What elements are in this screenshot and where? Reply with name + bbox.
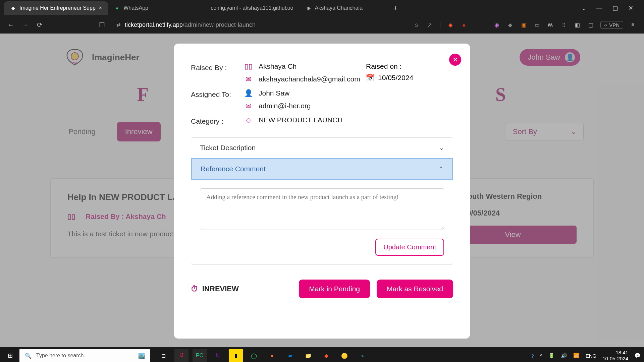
accordion-label: Reference Comment xyxy=(201,165,266,173)
window-controls: ⌄ — ▢ ✕ xyxy=(581,4,640,12)
sidepanel-icon[interactable]: ◧ xyxy=(574,21,581,28)
notifications-icon[interactable]: 💬 xyxy=(634,353,641,359)
url-bar[interactable]: ⇄ ticketportal.netlify.app/admin/new-pro… xyxy=(113,21,405,28)
modal-accordion: Ticket Description ⌄ Reference Comment ⌃… xyxy=(191,137,453,265)
browser-tab[interactable]: ◉ Akshaya Chanchala xyxy=(300,1,387,15)
task-view-icon[interactable]: ⊡ xyxy=(156,349,170,362)
file-icon: ⬚ xyxy=(201,5,207,11)
chevron-down-icon: ⌄ xyxy=(439,144,444,152)
category-icon: ◇ xyxy=(245,116,253,124)
language-indicator[interactable]: ENG xyxy=(586,353,597,359)
wifi-icon[interactable]: 📶 xyxy=(573,353,580,359)
taskbar-apps: ⊡ IJ PC N ▮ ◯ ● ▰ 📁 ◆ 🟡 ⌁ xyxy=(156,349,370,362)
volume-icon[interactable]: 🔊 xyxy=(561,353,567,359)
vpn-badge[interactable]: ○ VPN xyxy=(600,21,623,29)
status-badge: ⏱ INREVIEW xyxy=(191,285,239,293)
mark-pending-button[interactable]: Mark in Pending xyxy=(299,280,370,298)
page-body: Her ImagineHer John Saw 👤 F XXXXXXXXXXXX… xyxy=(0,34,644,347)
browser-tab[interactable]: ● WhatsApp xyxy=(108,1,195,15)
reference-comment-input[interactable] xyxy=(200,188,444,230)
pycharm-icon[interactable]: PC xyxy=(193,349,207,362)
modal-overlay[interactable]: ✕ Raised By : ▯▯Akshaya Ch ✉akshayachanc… xyxy=(0,34,644,347)
tab-title: WhatsApp xyxy=(123,5,148,11)
desktop-icon[interactable]: ⌂ xyxy=(413,21,420,28)
ext2-icon[interactable]: ◆ xyxy=(506,21,514,28)
tab-title: Imagine Her Entrepreneur Supp xyxy=(19,5,96,11)
accordion-ticket-description[interactable]: Ticket Description ⌄ xyxy=(191,138,453,158)
tray-chevron-icon[interactable]: ^ xyxy=(540,353,542,359)
accordion-reference-comment[interactable]: Reference Comment ⌃ xyxy=(191,158,453,180)
help-icon[interactable]: ? xyxy=(531,353,534,359)
intellij-icon[interactable]: IJ xyxy=(174,349,189,362)
new-tab-button[interactable]: + xyxy=(387,4,405,12)
brave-taskbar-icon[interactable]: ◆ xyxy=(319,349,333,362)
accordion-body: Update Comment xyxy=(191,180,453,264)
clock[interactable]: 18:41 10-05-2024 xyxy=(602,350,628,362)
onenote-icon[interactable]: N xyxy=(211,349,225,362)
tab-bar: ◆ Imagine Her Entrepreneur Supp × ● What… xyxy=(0,0,644,16)
ext4-icon[interactable]: ▭ xyxy=(533,21,541,28)
label-category: Category : xyxy=(191,116,245,125)
category-value: ◇ NEW PRODUCT LAUNCH xyxy=(245,116,366,124)
update-comment-button[interactable]: Update Comment xyxy=(375,239,444,256)
vscode-icon[interactable]: ⌁ xyxy=(356,349,370,362)
close-modal-button[interactable]: ✕ xyxy=(449,54,461,66)
brave-icon[interactable]: ◆ xyxy=(447,21,454,28)
metamask-icon[interactable]: ▣ xyxy=(520,21,527,28)
shield-icon[interactable]: ▲ xyxy=(460,21,468,28)
nav-bar: ← → ⟳ ☐ ⇄ ticketportal.netlify.app/admin… xyxy=(0,16,644,34)
browser-tab[interactable]: ⬚ config.yaml - akshaya101.github.io xyxy=(195,1,299,15)
assigned-values: 👤John Saw ✉admin@i-her.org xyxy=(245,89,366,110)
favicon-icon: ◆ xyxy=(10,5,16,11)
accordion-label: Ticket Description xyxy=(200,144,256,152)
url-host: ticketportal.netlify.app xyxy=(125,21,183,28)
start-button[interactable]: ⊞ xyxy=(3,352,17,359)
close-window-icon[interactable]: ✕ xyxy=(628,4,633,12)
chrome-icon[interactable]: 🟡 xyxy=(337,349,352,362)
modal-footer: ⏱ INREVIEW Mark in Pending Mark as Resol… xyxy=(191,280,453,298)
browser-chrome: ◆ Imagine Her Entrepreneur Supp × ● What… xyxy=(0,0,644,34)
ext1-icon[interactable]: ◉ xyxy=(493,21,500,28)
close-tab-icon[interactable]: × xyxy=(99,5,102,11)
menu-icon[interactable]: ≡ xyxy=(629,21,637,28)
status-text: INREVIEW xyxy=(202,285,239,293)
raised-by-email: akshayachanchala9@gmail.com xyxy=(259,75,360,83)
share-icon[interactable]: ↗ xyxy=(426,21,433,28)
search-icon: 🔍 xyxy=(25,353,32,359)
battery-icon[interactable]: 🔋 xyxy=(548,353,555,359)
postman-icon[interactable]: ● xyxy=(265,349,279,362)
wallet-icon[interactable]: ▢ xyxy=(587,21,594,28)
browser-tab-active[interactable]: ◆ Imagine Her Entrepreneur Supp × xyxy=(4,1,108,15)
app-green-icon[interactable]: ◯ xyxy=(247,349,261,362)
mark-resolved-button[interactable]: Mark as Resolved xyxy=(377,280,453,298)
search-placeholder: Type here to search xyxy=(36,353,84,359)
raised-by-values: ▯▯Akshaya Ch ✉akshayachanchala9@gmail.co… xyxy=(245,62,366,83)
windows-search[interactable]: 🔍 Type here to search 🏙️ xyxy=(19,349,150,362)
forward-icon[interactable]: → xyxy=(22,21,29,29)
back-icon[interactable]: ← xyxy=(7,21,14,29)
system-tray: ? ^ 🔋 🔊 📶 ENG 18:41 10-05-2024 💬 xyxy=(531,350,641,362)
ticket-modal: ✕ Raised By : ▯▯Akshaya Ch ✉akshayachanc… xyxy=(174,44,470,339)
minimize-icon[interactable]: — xyxy=(596,4,602,12)
assigned-name: John Saw xyxy=(259,89,289,97)
dropdown-icon[interactable]: ⌄ xyxy=(581,4,586,12)
ext5-icon[interactable]: w. xyxy=(547,21,554,28)
extensions-icon[interactable]: ⁝⁝ xyxy=(560,21,568,28)
explorer-icon[interactable]: 📁 xyxy=(301,349,315,362)
whatsapp-icon: ● xyxy=(114,5,120,11)
chevron-up-icon: ⌃ xyxy=(438,165,443,173)
maximize-icon[interactable]: ▢ xyxy=(612,4,618,12)
nav-right: ⌂ ↗ | ◆ ▲ ◉ ◆ ▣ ▭ w. ⁝⁝ ◧ ▢ ○ VPN ≡ xyxy=(413,21,637,29)
app-yellow-icon[interactable]: ▮ xyxy=(229,349,243,362)
search-art-icon: 🏙️ xyxy=(138,353,145,359)
clock-date: 10-05-2024 xyxy=(602,356,628,362)
calendar-icon: 📅 xyxy=(366,74,374,82)
bookmark-icon[interactable]: ☐ xyxy=(99,21,105,29)
app-blue-icon[interactable]: ▰ xyxy=(283,349,297,362)
windows-taskbar: ⊞ 🔍 Type here to search 🏙️ ⊡ IJ PC N ▮ ◯… xyxy=(0,347,644,362)
tab-title: Akshaya Chanchala xyxy=(315,5,363,11)
reload-icon[interactable]: ⟳ xyxy=(37,21,43,29)
tab-title: config.yaml - akshaya101.github.io xyxy=(211,5,293,11)
person-icon: 👤 xyxy=(245,89,253,97)
envelope-icon: ✉ xyxy=(245,102,253,110)
